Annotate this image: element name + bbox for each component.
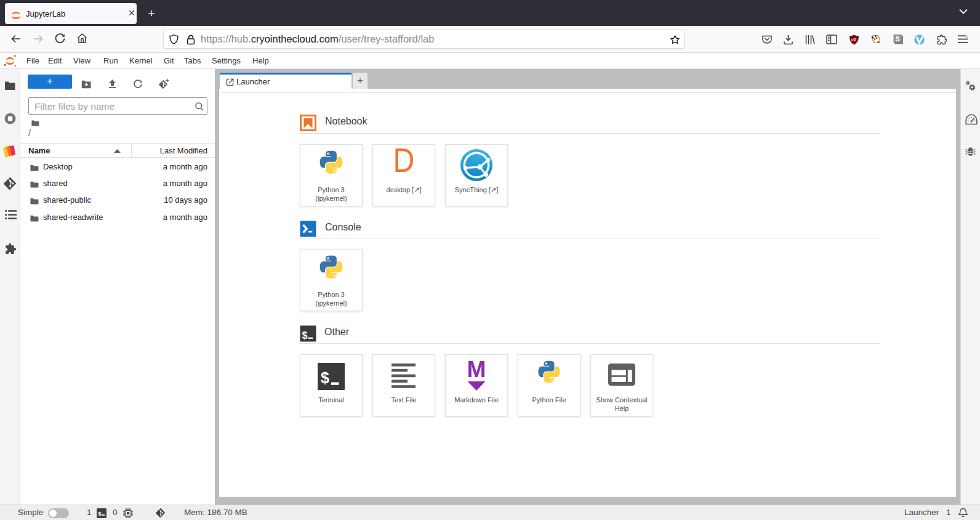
svg-text:$: $	[302, 330, 308, 341]
svg-text:S: S	[895, 35, 899, 43]
svg-text:$: $	[98, 510, 102, 517]
svg-text:uO: uO	[851, 38, 856, 41]
svg-text:$: $	[321, 369, 329, 386]
